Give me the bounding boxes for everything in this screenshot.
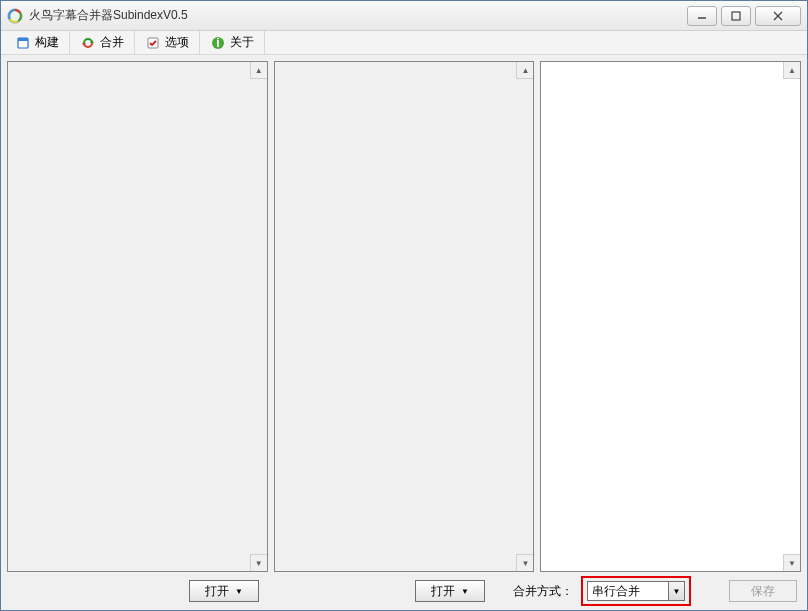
scroll-down-icon[interactable] [783, 554, 800, 571]
about-icon: i [210, 35, 226, 51]
open-middle-button[interactable]: 打开 ▼ [415, 580, 485, 602]
merge-icon [80, 35, 96, 51]
scroll-down-icon[interactable] [250, 554, 267, 571]
svg-rect-2 [732, 12, 740, 20]
build-button[interactable]: 构建 [5, 31, 70, 54]
save-button[interactable]: 保存 [729, 580, 797, 602]
scroll-up-icon[interactable] [783, 62, 800, 79]
merge-label: 合并 [100, 34, 124, 51]
about-label: 关于 [230, 34, 254, 51]
options-label: 选项 [165, 34, 189, 51]
chevron-down-icon: ▼ [461, 587, 469, 596]
svg-text:i: i [216, 36, 219, 50]
maximize-button[interactable] [721, 6, 751, 26]
window-title: 火鸟字幕合并器SubindexV0.5 [29, 7, 687, 24]
titlebar: 火鸟字幕合并器SubindexV0.5 [1, 1, 807, 31]
minimize-button[interactable] [687, 6, 717, 26]
open-middle-label: 打开 [431, 583, 455, 600]
panel-left [7, 61, 268, 572]
options-button[interactable]: 选项 [135, 31, 200, 54]
build-icon [15, 35, 31, 51]
app-icon [7, 8, 23, 24]
toolbar: 构建 合并 选项 i 关于 [1, 31, 807, 55]
panel-left-list[interactable] [8, 62, 267, 571]
close-button[interactable] [755, 6, 801, 26]
bottom-bar: 打开 ▼ 打开 ▼ 合并方式： 串行合并 ▼ 保存 [1, 578, 807, 610]
about-button[interactable]: i 关于 [200, 31, 265, 54]
panel-right [540, 61, 801, 572]
scroll-up-icon[interactable] [250, 62, 267, 79]
panel-middle-list[interactable] [275, 62, 534, 571]
scroll-up-icon[interactable] [516, 62, 533, 79]
chevron-down-icon: ▼ [235, 587, 243, 596]
window-controls [687, 6, 801, 26]
merge-mode-select[interactable]: 串行合并 ▼ [587, 581, 685, 601]
chevron-down-icon: ▼ [668, 582, 684, 600]
content-area [1, 55, 807, 578]
merge-mode-label: 合并方式： [513, 583, 573, 600]
svg-rect-6 [18, 38, 28, 41]
panel-middle [274, 61, 535, 572]
scroll-down-icon[interactable] [516, 554, 533, 571]
options-icon [145, 35, 161, 51]
save-label: 保存 [751, 583, 775, 600]
open-left-button[interactable]: 打开 ▼ [189, 580, 259, 602]
merge-button[interactable]: 合并 [70, 31, 135, 54]
merge-mode-value: 串行合并 [592, 583, 640, 600]
app-window: 火鸟字幕合并器SubindexV0.5 构建 合并 [0, 0, 808, 611]
panel-right-list[interactable] [541, 62, 800, 571]
build-label: 构建 [35, 34, 59, 51]
open-left-label: 打开 [205, 583, 229, 600]
highlight-box: 串行合并 ▼ [581, 576, 691, 606]
